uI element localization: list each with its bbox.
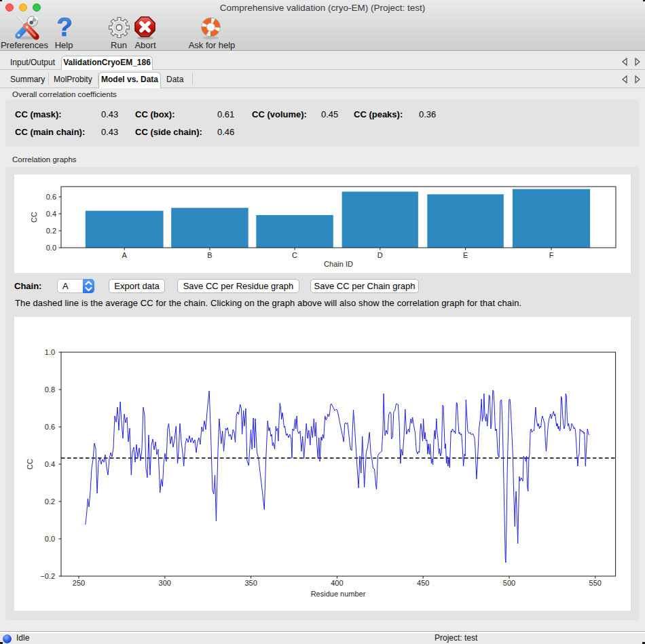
svg-text:0.2: 0.2 <box>45 497 55 506</box>
svg-text:−0.2: −0.2 <box>40 572 55 580</box>
svg-text:E: E <box>463 251 468 259</box>
svg-text:250: 250 <box>73 579 85 587</box>
svg-text:C: C <box>292 251 297 259</box>
svg-text:A: A <box>122 251 128 259</box>
svg-text:0.6: 0.6 <box>45 423 55 431</box>
svg-text:0.4: 0.4 <box>46 210 56 218</box>
svg-text:0.6: 0.6 <box>46 193 56 201</box>
svg-text:450: 450 <box>417 579 429 587</box>
svg-text:CC: CC <box>26 459 34 470</box>
svg-text:500: 500 <box>503 579 515 587</box>
svg-text:1.0: 1.0 <box>45 348 55 356</box>
svg-text:0.0: 0.0 <box>45 535 55 543</box>
svg-text:?: ? <box>56 15 72 41</box>
svg-text:Residue number: Residue number <box>311 590 366 598</box>
svg-text:CC: CC <box>30 212 38 223</box>
svg-text:0.0: 0.0 <box>46 244 56 252</box>
svg-text:B: B <box>207 251 212 259</box>
svg-text:Chain ID: Chain ID <box>324 260 353 268</box>
svg-text:400: 400 <box>331 579 343 587</box>
svg-text:0.2: 0.2 <box>46 227 56 235</box>
svg-text:350: 350 <box>244 579 257 587</box>
svg-text:F: F <box>549 251 554 259</box>
svg-text:D: D <box>377 251 383 259</box>
svg-text:550: 550 <box>589 579 602 587</box>
svg-text:0.8: 0.8 <box>45 385 55 394</box>
svg-text:0.4: 0.4 <box>45 460 55 468</box>
svg-text:300: 300 <box>159 579 171 587</box>
